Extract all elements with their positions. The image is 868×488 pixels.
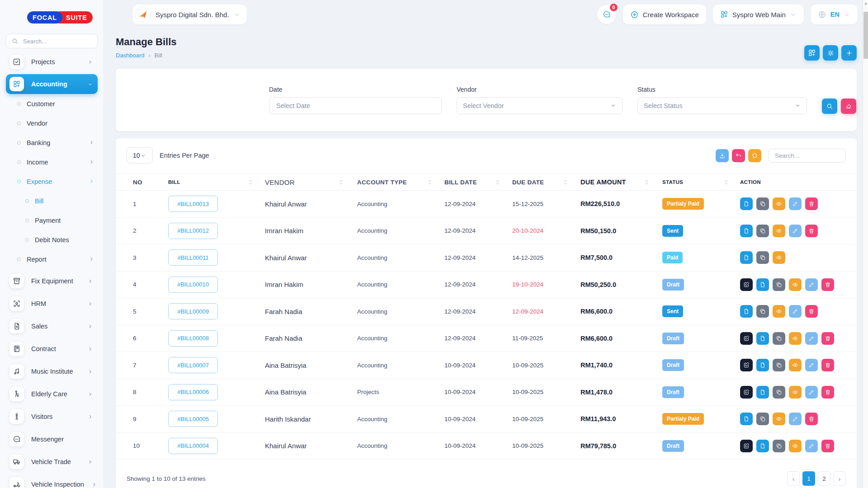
company-selector[interactable]: Syspro Digital Sdn. Bhd. xyxy=(132,5,247,24)
sort-icon[interactable] xyxy=(644,179,649,185)
sidebar-item-income[interactable]: Income xyxy=(6,152,98,172)
action-eye-button[interactable] xyxy=(773,197,785,210)
sidebar-item-vehicle-inspection[interactable]: Vehicle Inspection xyxy=(6,474,98,488)
sidebar-item-music-institute[interactable]: Music Institute xyxy=(6,361,98,382)
action-file-button[interactable] xyxy=(756,359,769,371)
action-file-button[interactable] xyxy=(756,386,769,399)
column-header-status[interactable]: STATUS xyxy=(656,179,736,185)
column-header-bill_date[interactable]: BILL DATE xyxy=(439,179,507,186)
sidebar-item-payment[interactable]: Payment xyxy=(6,211,98,230)
messages-button[interactable]: 0 xyxy=(597,5,616,24)
action-copy-button[interactable] xyxy=(773,278,785,291)
action-edit-button[interactable] xyxy=(740,278,753,291)
scrollbar-thumb[interactable] xyxy=(863,12,868,59)
bill-link[interactable]: #BILL00013 xyxy=(168,196,218,212)
action-eye-button[interactable] xyxy=(789,332,802,345)
action-copy-button[interactable] xyxy=(756,251,769,264)
action-file-button[interactable] xyxy=(740,197,753,210)
filter-reset-button[interactable] xyxy=(841,99,856,114)
sidebar-item-fix-equipment[interactable]: Fix Equipment xyxy=(6,271,98,291)
sidebar-item-bill[interactable]: Bill xyxy=(6,191,98,211)
bill-link[interactable]: #BILL00004 xyxy=(168,438,218,454)
date-filter-input[interactable] xyxy=(275,102,435,110)
scroll-up-arrow-icon[interactable]: ▲ xyxy=(863,1,868,5)
action-copy-button[interactable] xyxy=(773,332,785,345)
action-eye-button[interactable] xyxy=(773,251,785,264)
action-trash-button[interactable] xyxy=(805,197,818,210)
sort-icon[interactable] xyxy=(563,179,568,185)
action-file-button[interactable] xyxy=(740,225,753,237)
column-header-bill[interactable]: BILL xyxy=(153,179,260,185)
undo-button[interactable] xyxy=(732,149,745,162)
sidebar-item-expense[interactable]: Expense xyxy=(6,172,98,191)
action-eye-button[interactable] xyxy=(789,386,802,399)
sort-icon[interactable] xyxy=(427,179,432,185)
bill-link[interactable]: #BILL00008 xyxy=(168,330,218,347)
sort-icon[interactable] xyxy=(495,179,500,185)
action-copy-button[interactable] xyxy=(756,413,769,425)
sort-icon[interactable] xyxy=(248,179,253,185)
refresh-button[interactable] xyxy=(748,149,761,162)
column-header-vendor[interactable]: VENDOR xyxy=(260,178,351,186)
sidebar-item-vendor[interactable]: Vendor xyxy=(6,113,98,133)
sidebar-item-sales[interactable]: Sales xyxy=(6,316,98,337)
action-file-button[interactable] xyxy=(740,413,753,425)
action-copy-button[interactable] xyxy=(756,225,769,237)
column-header-due_amount[interactable]: DUE AMOUNT xyxy=(575,178,656,186)
action-pencil-button[interactable] xyxy=(805,359,818,371)
action-copy-button[interactable] xyxy=(773,359,785,371)
action-edit-button[interactable] xyxy=(740,332,753,345)
sort-icon[interactable] xyxy=(724,179,729,185)
sidebar-item-messenger[interactable]: Messenger xyxy=(6,429,98,450)
action-trash-button[interactable] xyxy=(805,413,818,425)
action-file-button[interactable] xyxy=(756,440,769,452)
bill-link[interactable]: #BILL00012 xyxy=(168,223,218,239)
table-search[interactable] xyxy=(768,149,846,163)
sidebar-item-accounting[interactable]: Accounting xyxy=(6,74,98,94)
pagination-page-1[interactable]: 1 xyxy=(802,471,815,486)
action-eye-button[interactable] xyxy=(789,359,802,371)
vendor-filter-select[interactable]: Select Vendor xyxy=(457,97,623,114)
sidebar-item-visitors[interactable]: Visitors xyxy=(6,406,98,427)
bill-link[interactable]: #BILL00011 xyxy=(168,249,218,266)
column-header-due_date[interactable]: DUE DATE xyxy=(507,179,575,186)
column-header-account_type[interactable]: ACCOUNT TYPE xyxy=(351,179,439,186)
breadcrumb-dashboard-link[interactable]: Dashboard xyxy=(116,52,145,59)
language-selector[interactable]: EN xyxy=(811,5,858,24)
sidebar-item-report[interactable]: Report xyxy=(6,249,98,269)
pagination-prev-button[interactable]: ‹ xyxy=(787,471,800,486)
action-copy-button[interactable] xyxy=(756,197,769,210)
action-eye-button[interactable] xyxy=(789,440,802,452)
bill-link[interactable]: #BILL00007 xyxy=(168,357,218,373)
action-trash-button[interactable] xyxy=(821,440,834,452)
page-scrollbar[interactable]: ▲ xyxy=(863,0,868,488)
bill-link[interactable]: #BILL00010 xyxy=(168,277,218,293)
entries-per-page-select[interactable]: 10 xyxy=(127,147,153,164)
action-trash-button[interactable] xyxy=(805,225,818,237)
export-button[interactable] xyxy=(716,149,729,162)
action-trash-button[interactable] xyxy=(805,305,818,318)
bill-link[interactable]: #BILL00006 xyxy=(168,384,218,400)
table-search-input[interactable] xyxy=(774,152,840,160)
action-pencil-button[interactable] xyxy=(805,278,818,291)
bill-link[interactable]: #BILL00005 xyxy=(168,411,218,427)
action-edit-button[interactable] xyxy=(740,359,753,371)
status-filter-select[interactable]: Select Status xyxy=(637,97,807,114)
action-eye-button[interactable] xyxy=(773,305,785,318)
action-trash-button[interactable] xyxy=(821,278,834,291)
action-file-button[interactable] xyxy=(740,305,753,318)
action-pencil-button[interactable] xyxy=(805,386,818,399)
action-trash-button[interactable] xyxy=(821,332,834,345)
sidebar-item-elderly-care[interactable]: Elderly Care xyxy=(6,384,98,404)
action-eye-button[interactable] xyxy=(773,413,785,425)
workspace-selector[interactable]: Syspro Web Main xyxy=(713,5,804,24)
action-copy-button[interactable] xyxy=(756,305,769,318)
action-file-button[interactable] xyxy=(756,332,769,345)
action-trash-button[interactable] xyxy=(821,386,834,399)
bill-link[interactable]: #BILL00009 xyxy=(168,303,218,319)
settings-button[interactable] xyxy=(823,45,838,61)
action-edit-button[interactable] xyxy=(740,386,753,399)
action-file-button[interactable] xyxy=(740,251,753,264)
action-pencil-button[interactable] xyxy=(789,197,802,210)
action-pencil-button[interactable] xyxy=(805,332,818,345)
